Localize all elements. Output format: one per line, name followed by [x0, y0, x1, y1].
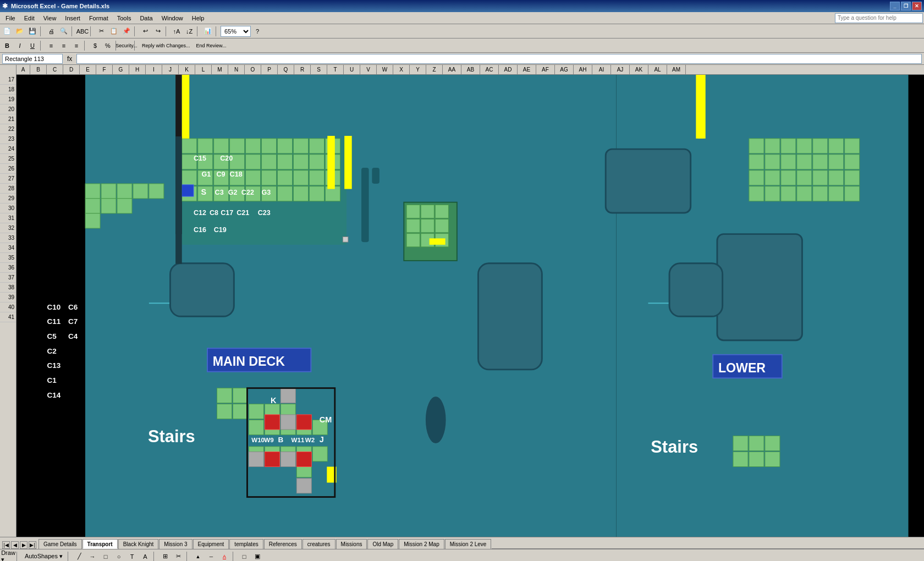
col-header-ag[interactable]: AG: [555, 65, 574, 74]
chart-button[interactable]: 📊: [202, 25, 214, 37]
save-button[interactable]: 💾: [26, 25, 38, 37]
sheet-tab-equipment[interactable]: Equipment: [193, 539, 229, 549]
sheet-tab-black-knight[interactable]: Black Knight: [118, 539, 159, 549]
col-header-m[interactable]: M: [212, 65, 228, 74]
underline-button[interactable]: U: [26, 40, 38, 52]
row-28[interactable]: 28: [0, 184, 16, 194]
col-header-g[interactable]: G: [113, 65, 129, 74]
menu-window[interactable]: Window: [157, 14, 188, 23]
sheet-tab-game-details[interactable]: Game Details: [38, 539, 82, 549]
col-header-i[interactable]: I: [146, 65, 162, 74]
col-header-ab[interactable]: AB: [461, 65, 480, 74]
restore-button[interactable]: ❐: [901, 2, 911, 10]
reply-changes-button[interactable]: Reply with Changes...: [139, 40, 193, 52]
currency-button[interactable]: $: [89, 40, 101, 52]
row-31[interactable]: 31: [0, 213, 16, 223]
menu-format[interactable]: Format: [85, 14, 113, 23]
new-button[interactable]: 📄: [1, 25, 13, 37]
col-header-s[interactable]: S: [311, 65, 327, 74]
col-header-t[interactable]: T: [327, 65, 344, 74]
sheet-tab-mission3[interactable]: Mission 3: [159, 539, 192, 549]
row-29[interactable]: 29: [0, 194, 16, 204]
col-header-j[interactable]: J: [162, 65, 179, 74]
sort-desc-button[interactable]: ↓Z: [183, 25, 195, 37]
italic-button[interactable]: I: [14, 40, 26, 52]
col-header-k[interactable]: K: [179, 65, 195, 74]
tab-first-button[interactable]: |◀: [2, 541, 10, 549]
sheet-tab-mission2-map[interactable]: Mission 2 Map: [399, 539, 444, 549]
col-header-w[interactable]: W: [377, 65, 393, 74]
col-header-o[interactable]: O: [245, 65, 261, 74]
row-18[interactable]: 18: [0, 85, 16, 95]
percent-button[interactable]: %: [102, 40, 114, 52]
textbox-tool[interactable]: T: [126, 551, 138, 562]
wordart-tool[interactable]: A: [139, 551, 151, 562]
col-header-aa[interactable]: AA: [443, 65, 461, 74]
col-header-ae[interactable]: AE: [518, 65, 536, 74]
undo-button[interactable]: ↩: [139, 25, 151, 37]
oval-tool[interactable]: ○: [113, 551, 125, 562]
name-box[interactable]: [2, 54, 63, 64]
bold-button[interactable]: B: [1, 40, 13, 52]
menu-edit[interactable]: Edit: [20, 14, 39, 23]
col-header-a[interactable]: A: [16, 65, 30, 74]
align-center-button[interactable]: ≡: [58, 40, 70, 52]
3d-button[interactable]: ▣: [251, 551, 263, 562]
row-20[interactable]: 20: [0, 105, 16, 114]
sheet-tab-missions[interactable]: Missions: [336, 539, 367, 549]
row-38[interactable]: 38: [0, 283, 16, 293]
col-header-ad[interactable]: AD: [499, 65, 518, 74]
tab-last-button[interactable]: ▶|: [29, 541, 36, 549]
sheet-tab-mission2-leve[interactable]: Mission 2 Leve: [445, 539, 492, 549]
col-header-p[interactable]: P: [261, 65, 278, 74]
sort-asc-button[interactable]: ↑A: [170, 25, 183, 37]
help-search-input[interactable]: [835, 13, 923, 23]
col-header-ah[interactable]: AH: [574, 65, 592, 74]
minimize-button[interactable]: _: [890, 2, 900, 10]
paste-button[interactable]: 📌: [120, 25, 133, 37]
col-header-aj[interactable]: AJ: [611, 65, 630, 74]
align-left-button[interactable]: ≡: [45, 40, 57, 52]
menu-insert[interactable]: Insert: [61, 14, 85, 23]
col-header-c[interactable]: C: [47, 65, 63, 74]
draw-label[interactable]: Draw ▾: [2, 551, 14, 562]
row-33[interactable]: 33: [0, 233, 16, 243]
row-39[interactable]: 39: [0, 293, 16, 302]
col-header-ac[interactable]: AC: [480, 65, 499, 74]
col-header-l[interactable]: L: [195, 65, 212, 74]
row-17[interactable]: 17: [0, 75, 16, 85]
arrow-tool[interactable]: →: [86, 551, 98, 562]
row-30[interactable]: 30: [0, 204, 16, 213]
row-41[interactable]: 41: [0, 312, 16, 322]
row-40[interactable]: 40: [0, 302, 16, 312]
col-header-f[interactable]: F: [96, 65, 113, 74]
row-36[interactable]: 36: [0, 263, 16, 273]
shadow-button[interactable]: □: [238, 551, 250, 562]
close-button[interactable]: ✕: [912, 2, 922, 10]
diagram-button[interactable]: ⊞: [159, 551, 171, 562]
security-button[interactable]: Security...: [120, 40, 133, 52]
row-26[interactable]: 26: [0, 164, 16, 174]
formula-input[interactable]: [76, 54, 922, 64]
preview-button[interactable]: 🔍: [58, 25, 70, 37]
help-btn[interactable]: ?: [251, 25, 263, 37]
autoshapes-button[interactable]: AutoShapes ▾: [22, 551, 65, 562]
sheet-tab-references[interactable]: References: [264, 539, 302, 549]
col-header-al[interactable]: AL: [648, 65, 667, 74]
row-25[interactable]: 25: [0, 154, 16, 164]
cut-button[interactable]: ✂: [95, 25, 107, 37]
fill-color-button[interactable]: ▲: [192, 551, 204, 562]
open-button[interactable]: 📂: [14, 25, 26, 37]
tab-prev-button[interactable]: ◀: [11, 541, 19, 549]
menu-tools[interactable]: Tools: [113, 14, 136, 23]
sheet-tab-templates[interactable]: templates: [229, 539, 263, 549]
sheet-tab-old-map[interactable]: Old Map: [367, 539, 398, 549]
col-header-r[interactable]: R: [294, 65, 311, 74]
row-23[interactable]: 23: [0, 134, 16, 144]
font-color-button[interactable]: A: [218, 551, 230, 562]
col-header-q[interactable]: Q: [278, 65, 294, 74]
clip-art-button[interactable]: ✂: [172, 551, 184, 562]
spell-button[interactable]: ABC: [76, 25, 89, 37]
col-header-b[interactable]: B: [30, 65, 47, 74]
line-color-button[interactable]: ─: [205, 551, 217, 562]
